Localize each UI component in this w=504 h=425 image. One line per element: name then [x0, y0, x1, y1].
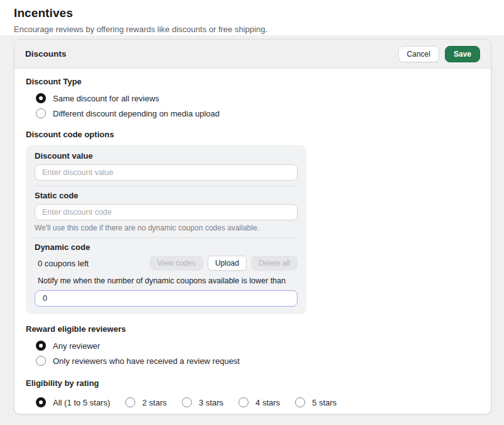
radio-option-5-stars[interactable]: 5 stars	[295, 395, 337, 410]
radio-unselected-icon[interactable]	[238, 397, 249, 407]
discount-value-input[interactable]	[35, 164, 298, 181]
discount-value-label: Discount value	[35, 151, 298, 161]
static-code-label: Static code	[35, 191, 298, 200]
radio-option-requested-reviewers[interactable]: Only reviewers who have received a revie…	[36, 353, 479, 368]
card-title: Discounts	[25, 49, 66, 59]
card-header: Discounts Cancel Save	[14, 40, 491, 69]
reward-eligible-label: Reward eligible reviewers	[26, 324, 479, 334]
radio-option-label: 2 stars	[142, 398, 167, 407]
page-header: Incentives Encourage reviews by offering…	[14, 0, 267, 34]
upload-button[interactable]: Upload	[208, 256, 247, 271]
radio-option-2-stars[interactable]: 2 stars	[125, 395, 167, 410]
radio-option-label: Different discount depending on media up…	[53, 109, 220, 118]
coupons-left-text: 0 coupons left	[35, 259, 89, 268]
radio-option-4-stars[interactable]: 4 stars	[238, 395, 280, 410]
view-codes-button: View codes	[150, 256, 203, 271]
radio-option-label: 4 stars	[255, 398, 280, 407]
radio-option-label: 3 stars	[199, 398, 223, 407]
eligibility-rating-section: Eligibility by rating All (1 to 5 stars)…	[26, 378, 479, 410]
dynamic-code-label: Dynamic code	[35, 242, 298, 252]
radio-unselected-icon[interactable]	[125, 397, 135, 407]
divider	[35, 237, 298, 238]
radio-unselected-icon[interactable]	[295, 397, 305, 407]
radio-unselected-icon[interactable]	[36, 356, 46, 366]
static-code-input[interactable]	[35, 204, 298, 220]
discount-code-options-label: Discount code options	[26, 130, 479, 140]
radio-selected-icon[interactable]	[36, 341, 46, 351]
eligibility-rating-label: Eligibility by rating	[26, 378, 479, 388]
dynamic-code-buttons: View codes Upload Delete all	[150, 256, 298, 271]
radio-selected-icon[interactable]	[36, 397, 46, 407]
cancel-button[interactable]: Cancel	[398, 46, 439, 62]
radio-option-same-discount[interactable]: Same discount for all reviews	[36, 91, 479, 106]
radio-option-3-stars[interactable]: 3 stars	[182, 395, 223, 410]
radio-option-label: All (1 to 5 stars)	[53, 398, 110, 407]
delete-all-button: Delete all	[251, 256, 298, 271]
radio-unselected-icon[interactable]	[182, 397, 192, 407]
radio-selected-icon[interactable]	[36, 93, 46, 103]
discount-type-label: Discount Type	[26, 77, 479, 87]
reward-eligible-section: Reward eligible reviewers Any reviewer O…	[26, 324, 479, 368]
header-actions: Cancel Save	[398, 46, 480, 62]
discount-code-options-panel: Discount value Static code We'll use thi…	[26, 145, 306, 314]
rating-radio-group: All (1 to 5 stars) 2 stars 3 stars 4 sta…	[36, 395, 479, 410]
save-button[interactable]: Save	[445, 46, 480, 62]
radio-option-label: Any reviewer	[53, 341, 100, 351]
radio-option-different-discount[interactable]: Different discount depending on media up…	[36, 106, 479, 121]
divider	[35, 186, 298, 186]
notify-threshold-label: Notify me when the number of dynamic cou…	[35, 276, 298, 286]
page-title: Incentives	[14, 6, 267, 20]
radio-option-label: 5 stars	[312, 398, 337, 407]
discounts-card: Discounts Cancel Save Discount Type Same…	[14, 39, 491, 414]
static-code-helper: We'll use this code if there are no dyna…	[35, 224, 298, 232]
radio-unselected-icon[interactable]	[36, 108, 46, 118]
dynamic-code-row: 0 coupons left View codes Upload Delete …	[35, 256, 298, 271]
card-body: Discount Type Same discount for all revi…	[14, 69, 491, 410]
radio-option-label: Same discount for all reviews	[53, 94, 159, 103]
notify-threshold-input[interactable]	[35, 290, 298, 307]
radio-option-all-stars[interactable]: All (1 to 5 stars)	[36, 395, 110, 410]
page-subtitle: Encourage reviews by offering rewards li…	[14, 25, 267, 34]
discount-type-section: Discount Type Same discount for all revi…	[26, 77, 479, 121]
radio-option-any-reviewer[interactable]: Any reviewer	[36, 338, 479, 353]
radio-option-label: Only reviewers who have received a revie…	[53, 356, 240, 366]
